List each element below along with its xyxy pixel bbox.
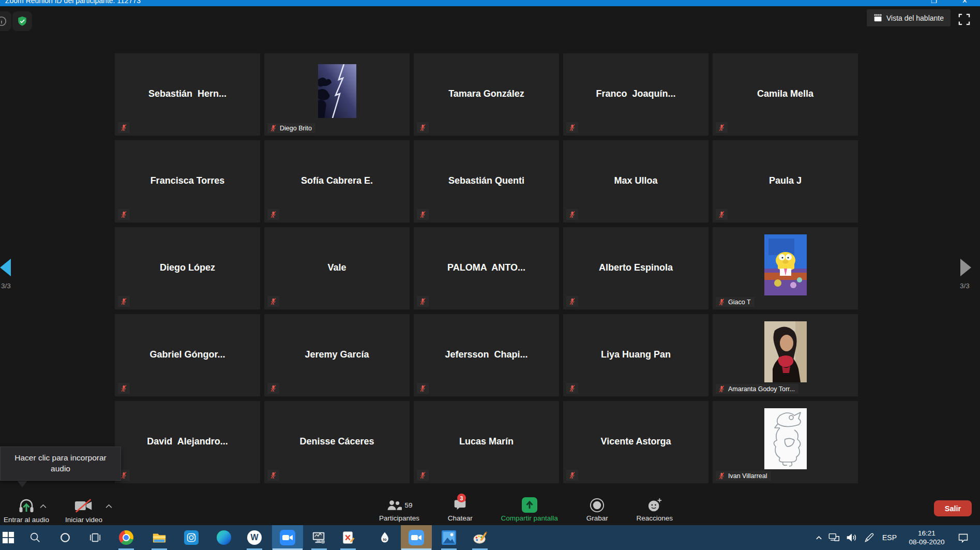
mute-indicator xyxy=(267,209,279,220)
taskbar-edge-button[interactable] xyxy=(212,525,236,550)
participant-name: Jeremy García xyxy=(264,349,410,360)
mute-indicator xyxy=(267,296,279,307)
svg-text:io: io xyxy=(383,537,387,542)
speaker-view-button[interactable]: Vista del hablante xyxy=(867,9,951,26)
start-video-button[interactable]: Iniciar video xyxy=(63,496,104,524)
participant-tile[interactable]: Tamara González xyxy=(414,53,559,136)
tray-volume[interactable] xyxy=(843,525,860,550)
participant-tile[interactable]: Jeremy García xyxy=(264,314,410,396)
muted-mic-icon xyxy=(419,124,427,131)
taskbar-task-view-button[interactable] xyxy=(83,525,108,550)
tray-windows-ink[interactable] xyxy=(860,525,878,550)
participant-name: Ivan Villarreal xyxy=(728,472,767,480)
file-explorer-icon xyxy=(152,530,167,545)
fullscreen-button[interactable] xyxy=(956,11,972,27)
mute-indicator xyxy=(417,383,429,394)
taskbar-search-button[interactable] xyxy=(23,525,48,550)
participant-name: Paula J xyxy=(713,175,858,186)
muted-mic-icon xyxy=(419,471,427,479)
participants-count: 59 xyxy=(405,501,413,509)
participant-tile[interactable]: Vicente Astorga xyxy=(563,401,708,483)
participant-name: Alberto Espinola xyxy=(563,262,708,273)
participant-tile[interactable]: PALOMA ANTO... xyxy=(414,227,559,309)
muted-mic-icon xyxy=(120,211,128,218)
participant-tile[interactable]: Paula J xyxy=(713,140,858,222)
next-page-arrow[interactable] xyxy=(960,259,971,276)
leave-meeting-button[interactable]: Salir xyxy=(934,500,972,516)
participant-tile[interactable]: Alberto Espinola xyxy=(563,227,708,309)
taskbar-zoom-flash-button[interactable] xyxy=(401,525,432,550)
tray-show-hidden-icons[interactable] xyxy=(811,525,826,550)
participant-tile[interactable]: Giaco T xyxy=(713,227,858,309)
participant-tile[interactable]: Jefersson Chapi... xyxy=(414,314,559,396)
participant-tile[interactable]: Amaranta Godoy Torr... xyxy=(713,314,858,396)
taskbar-io-app-button[interactable]: io xyxy=(372,525,397,550)
info-icon xyxy=(0,16,7,27)
start-video-label: Iniciar video xyxy=(65,516,102,524)
taskbar-zoom-active-button[interactable] xyxy=(272,525,303,550)
record-button[interactable]: Grabar xyxy=(586,496,608,522)
participant-tile[interactable]: Sofía Cabrera E. xyxy=(264,140,410,222)
participant-grid: Sebastián Hern...Diego BritoTamara Gonzá… xyxy=(115,53,858,483)
video-options-chevron-icon[interactable] xyxy=(105,504,113,509)
participant-name: Camila Mella xyxy=(713,88,858,99)
participant-tile[interactable]: Denisse Cáceres xyxy=(264,401,410,483)
previous-page-arrow[interactable] xyxy=(0,259,11,276)
taskbar-start-button[interactable] xyxy=(0,525,21,550)
participant-tile[interactable]: Ivan Villarreal xyxy=(713,401,858,483)
start-icon xyxy=(2,531,14,544)
muted-mic-icon xyxy=(718,385,726,393)
taskbar-file-explorer-button[interactable] xyxy=(147,525,172,550)
participant-tile[interactable]: Diego López xyxy=(115,227,260,309)
taskbar-photos-button[interactable] xyxy=(436,525,461,550)
participant-tile[interactable]: Camila Mella xyxy=(713,53,858,136)
participant-tile[interactable]: Gabriel Góngor... xyxy=(115,314,260,396)
mute-indicator xyxy=(417,209,429,220)
tray-language[interactable]: ESP xyxy=(878,525,901,550)
taskbar-cortana-button[interactable] xyxy=(53,525,78,550)
participants-button[interactable]: 59 Participantes xyxy=(379,496,419,522)
muted-mic-icon xyxy=(120,471,128,479)
participant-tile[interactable]: Sebastián Quenti xyxy=(414,140,559,222)
participant-name: Jefersson Chapi... xyxy=(414,349,559,360)
share-screen-button[interactable]: Compartir pantalla xyxy=(501,496,558,522)
participant-name: Vale xyxy=(264,262,410,273)
close-window-icon[interactable]: ✕ xyxy=(962,0,968,5)
taskbar-x-notes-button[interactable] xyxy=(336,525,360,550)
participant-name: Amaranta Godoy Torr... xyxy=(728,385,795,393)
restore-window-icon[interactable]: ❐ xyxy=(931,0,937,5)
shield-check-icon xyxy=(17,16,28,27)
participant-name-chip: Amaranta Godoy Torr... xyxy=(716,384,798,394)
participant-tile[interactable]: Lucas Marín xyxy=(414,401,559,483)
taskbar-instagram-button[interactable] xyxy=(179,525,204,550)
tooltip-pointer xyxy=(18,481,27,487)
security-shield-button[interactable] xyxy=(12,11,32,31)
participant-tile[interactable]: Max Ulloa xyxy=(563,140,708,222)
chrome-icon xyxy=(119,530,133,545)
taskbar-system-monitor-button[interactable] xyxy=(307,525,331,550)
participant-name: Francisca Torres xyxy=(115,175,260,186)
muted-mic-icon xyxy=(269,298,277,305)
participant-tile[interactable]: Franco Joaquín... xyxy=(563,53,708,136)
meeting-info-button[interactable] xyxy=(0,11,11,31)
muted-mic-icon xyxy=(120,298,128,305)
participant-tile[interactable]: Sebastián Hern... xyxy=(115,53,260,136)
tray-action-center[interactable] xyxy=(953,525,973,550)
taskbar-paint-button[interactable] xyxy=(468,525,492,550)
participant-tile[interactable]: Liya Huang Pan xyxy=(563,314,708,396)
participant-tile[interactable]: David Alejandro... xyxy=(115,401,260,483)
tray-network[interactable] xyxy=(825,525,843,550)
participant-tile[interactable]: Vale xyxy=(264,227,410,309)
mute-indicator xyxy=(118,209,130,220)
reactions-button[interactable]: Reacciones xyxy=(636,496,673,522)
join-audio-button[interactable]: Entrar al audio xyxy=(0,496,58,524)
system-monitor-icon xyxy=(312,530,326,545)
audio-options-chevron-icon[interactable] xyxy=(39,504,47,509)
tray-clock[interactable]: 16:21 08-09-2020 xyxy=(901,525,953,550)
participant-tile[interactable]: Francisca Torres xyxy=(115,140,260,222)
taskbar-w-app-button[interactable]: W xyxy=(242,525,267,550)
participant-tile[interactable]: Diego Brito xyxy=(264,53,410,136)
chat-label: Chatear xyxy=(448,514,473,522)
taskbar-chrome-button[interactable] xyxy=(114,525,139,550)
chat-button[interactable]: 3 Chatear xyxy=(448,496,473,522)
